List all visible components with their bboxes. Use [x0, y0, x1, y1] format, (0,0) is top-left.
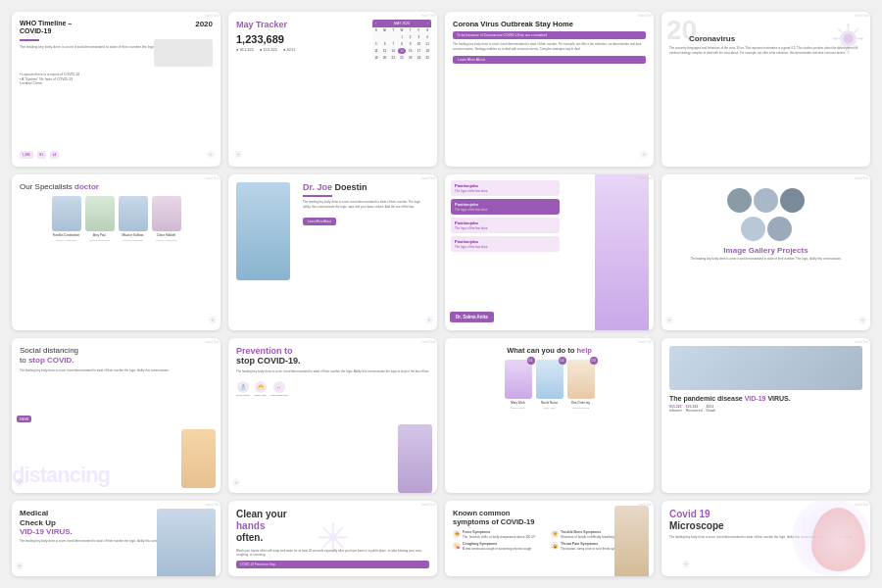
doctor-name: Maurice Sullivan: [122, 233, 143, 237]
slide-title: Coronavirus: [689, 34, 862, 43]
doctor-image: [595, 174, 649, 329]
svg-line-8: [855, 28, 858, 32]
symptom-text: Throat Pain Symptoms Throat pain, runny …: [561, 542, 622, 551]
person-role: Wash Hands: [511, 407, 524, 410]
cal-day: S: [423, 27, 431, 33]
title-colored: doctor: [74, 182, 99, 191]
stat-recovered: ● 115,321: [260, 47, 277, 52]
doctor-item: Claire Hubbell Trauma Anesthesia: [152, 196, 181, 242]
slide-label: Insert Text: [855, 340, 868, 344]
cal-date: 12: [372, 48, 380, 54]
icon-label: Safe Distancing: [270, 394, 288, 397]
slide-pandemic[interactable]: Insert Text The pandemic disease VID-19 …: [662, 338, 870, 493]
cal-date: 18: [423, 48, 431, 54]
slide-title: What can you do to help: [453, 346, 646, 355]
cal-date: 14: [389, 48, 397, 54]
virus-deco: ✳: [424, 314, 434, 327]
title-black: stop COVID-19.: [236, 356, 301, 366]
cal-next: ›: [427, 22, 428, 25]
slide-specialists[interactable]: Insert Text Our Specialists doctor Frank…: [12, 174, 220, 329]
position-box-2: Positionjobs The logic of the law done: [451, 199, 560, 215]
slide-label: Insert Text: [638, 176, 652, 180]
slide-label: Insert Text: [421, 503, 435, 507]
gallery-photo-3: [780, 188, 805, 213]
slide-coronavirus[interactable]: Insert Text 20 Coronavirus The recovery …: [662, 12, 870, 167]
learn-more-btn[interactable]: Learn More About: [303, 218, 336, 225]
doctor-role: Trauma Anesthesia: [89, 239, 110, 242]
stat-num: 911,321: [669, 405, 682, 409]
person-item-1: 01 Mary Work Wash Hands: [505, 360, 532, 410]
pos-text: The logic of the law done: [455, 226, 556, 230]
sym-title: Throat Pain Symptoms: [561, 542, 622, 547]
slide-label: Insert Text: [205, 340, 219, 344]
person-role: Safe Distancing: [572, 407, 590, 410]
cal-date: 5: [372, 41, 380, 47]
slide-symptoms[interactable]: Insert Text Known commonsymptoms of COVI…: [445, 501, 654, 576]
doctor-name: Franklin Constantine: [53, 233, 80, 237]
cal-date: 16: [407, 48, 415, 54]
slide-clean-hands[interactable]: Insert Text Clean yourhandsoften. ✳ Wash…: [228, 501, 437, 576]
slide-label: Insert Text: [638, 503, 652, 507]
cal-date: 21: [389, 55, 397, 61]
position-box-3: Positionjobs The logic of the law done: [451, 218, 560, 233]
doctor-name-badge: Dr. Salma Anita: [450, 312, 494, 322]
cal-month: MAY 2020: [394, 22, 410, 25]
cal-prev: ‹: [375, 22, 376, 25]
icon-circle: 😷: [255, 381, 267, 393]
slide-image-gallery[interactable]: Insert Text Image Gallery Projects The l…: [662, 174, 870, 329]
symptom-fever: 🤒 Fever Symptoms The, feverish, chills, …: [453, 530, 548, 539]
doctor-role: Trauma Anesthesia: [122, 239, 143, 242]
slide-position-jobs[interactable]: Insert Text Positionjobs The logic of th…: [445, 174, 654, 329]
gallery-photo-2: [754, 188, 778, 213]
slide-may-tracker[interactable]: Insert Text May Tracker 1,233,689 ● 911,…: [228, 12, 437, 167]
slide-medical-checkup[interactable]: Insert Text MedicalCheck UpVID-19 VIRUS.…: [12, 501, 220, 576]
slide-corona-outbreak[interactable]: Insert Text Corona Virus Outbreak Stay H…: [445, 12, 654, 167]
cal-date: 9: [407, 41, 415, 47]
cal-day: T: [407, 27, 415, 33]
slide-label: Insert Text: [205, 503, 219, 507]
gallery-photo-5: [767, 217, 792, 241]
title-help: help: [576, 346, 591, 355]
virus-deco: ✳: [639, 148, 649, 162]
slide-dr-joe[interactable]: Insert Text Dr. Joe Doestin The leading …: [228, 174, 437, 329]
cal-day: T: [389, 27, 397, 33]
cal-date: [381, 34, 389, 40]
title-virus: VID-19 VIRUS.: [20, 527, 73, 536]
slide-label: Insert Text: [421, 340, 435, 344]
svg-line-6: [838, 28, 842, 32]
learn-more-btn[interactable]: Learn More About: [453, 56, 646, 64]
covid-bar: COVID-19 Prevention Step: [236, 561, 429, 568]
slide-prevention[interactable]: Insert Text Prevention tostop COVID-19. …: [228, 338, 437, 493]
gallery-grid: Insert Text WHO Timeline –COVID-19 2020 …: [0, 0, 882, 588]
bg-text: distancing: [12, 463, 110, 488]
stats-row: 911,321Infected 115,321Recovered 4211Dea…: [669, 405, 862, 413]
person-badge: 01: [527, 357, 535, 365]
cal-date-selected: 15: [398, 48, 406, 54]
slide-text: Wash your hands often with soap and wate…: [236, 549, 429, 558]
slide-title: The pandemic disease VID-19 VIRUS.: [669, 395, 862, 402]
slide-social-distancing[interactable]: Insert Text distancing Social distancing…: [12, 338, 220, 493]
doctor-name: Claire Hubbell: [157, 233, 175, 237]
doctor-avatar: [119, 196, 148, 231]
slide-who-timeline[interactable]: Insert Text WHO Timeline –COVID-19 2020 …: [12, 12, 220, 167]
slide-what-can-you-do[interactable]: Insert Text What can you do to help 01 M…: [445, 338, 654, 493]
title-hands: hands: [236, 520, 265, 531]
cal-date: 24: [416, 55, 423, 61]
slide-title: WHO Timeline –COVID-19: [20, 20, 213, 36]
cal-date: 3: [416, 34, 423, 40]
slide-title: Corona Virus Outbreak Stay Home: [453, 20, 646, 28]
doctor-image: [236, 182, 290, 280]
virus-deco: ✳: [664, 314, 674, 327]
svg-point-11: [847, 51, 850, 54]
slide-stats: 1,289 81 44: [20, 147, 213, 159]
stat-num: 4211: [707, 405, 714, 409]
icon-safe-distance: ↔ Safe Distancing: [270, 381, 288, 397]
gallery-photo-1: [727, 188, 752, 213]
person-name: Mary Work: [511, 401, 524, 405]
slide-microscope[interactable]: Insert Text Covid 19Microscope The leadi…: [662, 501, 870, 576]
stat-deaths: ● 4211: [283, 47, 295, 52]
trouble-icon: 😤: [551, 530, 559, 538]
slide-label: Insert Text: [638, 14, 652, 18]
gallery-photo-4: [741, 217, 765, 241]
person-role: Wear Mask: [543, 407, 556, 410]
